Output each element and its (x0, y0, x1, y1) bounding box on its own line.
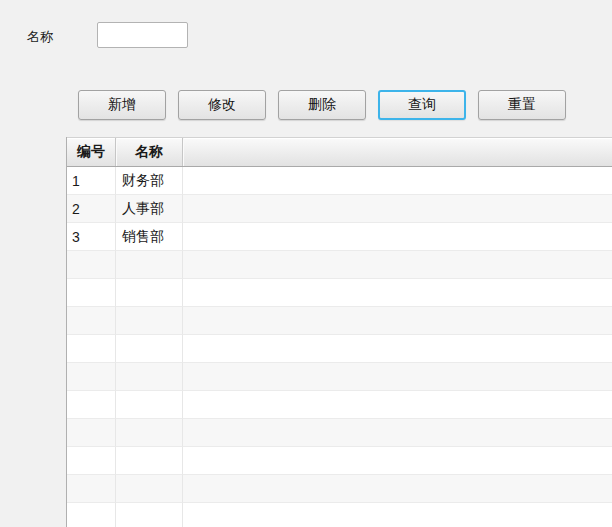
cell-filler (183, 391, 612, 419)
table-row (67, 251, 612, 279)
cell-name[interactable]: 人事部 (116, 195, 183, 223)
add-button[interactable]: 新增 (78, 90, 166, 120)
cell-id (67, 503, 116, 527)
cell-id[interactable]: 3 (67, 223, 116, 251)
name-label: 名称 (27, 28, 53, 46)
cell-id (67, 335, 116, 363)
cell-id (67, 307, 116, 335)
cell-name[interactable]: 财务部 (116, 167, 183, 195)
cell-id (67, 363, 116, 391)
table-row (67, 307, 612, 335)
cell-filler (183, 251, 612, 279)
table-header: 编号 名称 (67, 137, 612, 167)
table-row (67, 447, 612, 475)
column-header-name[interactable]: 名称 (116, 138, 183, 166)
cell-id (67, 447, 116, 475)
cell-filler (183, 475, 612, 503)
cell-id (67, 475, 116, 503)
department-table: 编号 名称 1财务部2人事部3销售部 (66, 137, 612, 527)
column-header-filler (183, 138, 612, 166)
cell-filler (183, 503, 612, 527)
table-row (67, 391, 612, 419)
cell-name (116, 447, 183, 475)
table-row[interactable]: 1财务部 (67, 167, 612, 195)
cell-name (116, 307, 183, 335)
cell-id (67, 279, 116, 307)
table-row[interactable]: 2人事部 (67, 195, 612, 223)
cell-id (67, 251, 116, 279)
cell-name (116, 475, 183, 503)
delete-button[interactable]: 删除 (278, 90, 366, 120)
table-row (67, 335, 612, 363)
cell-id (67, 391, 116, 419)
table-row (67, 503, 612, 527)
table-body: 1财务部2人事部3销售部 (67, 167, 612, 527)
cell-id[interactable]: 1 (67, 167, 116, 195)
query-button[interactable]: 查询 (378, 90, 466, 120)
cell-filler[interactable] (183, 195, 612, 223)
cell-name (116, 335, 183, 363)
reset-button[interactable]: 重置 (478, 90, 566, 120)
cell-id[interactable]: 2 (67, 195, 116, 223)
cell-name[interactable]: 销售部 (116, 223, 183, 251)
cell-filler[interactable] (183, 223, 612, 251)
cell-filler (183, 419, 612, 447)
cell-name (116, 279, 183, 307)
cell-filler (183, 307, 612, 335)
cell-name (116, 251, 183, 279)
table-row (67, 279, 612, 307)
cell-name (116, 391, 183, 419)
name-input[interactable] (97, 22, 188, 48)
cell-name (116, 503, 183, 527)
cell-filler (183, 447, 612, 475)
cell-filler (183, 335, 612, 363)
table-row[interactable]: 3销售部 (67, 223, 612, 251)
cell-filler (183, 279, 612, 307)
cell-name (116, 363, 183, 391)
edit-button[interactable]: 修改 (178, 90, 266, 120)
cell-filler (183, 363, 612, 391)
cell-id (67, 419, 116, 447)
table-row (67, 363, 612, 391)
cell-name (116, 419, 183, 447)
table-row (67, 475, 612, 503)
column-header-id[interactable]: 编号 (67, 138, 116, 166)
toolbar: 新增 修改 删除 查询 重置 (78, 90, 566, 120)
cell-filler[interactable] (183, 167, 612, 195)
table-row (67, 419, 612, 447)
